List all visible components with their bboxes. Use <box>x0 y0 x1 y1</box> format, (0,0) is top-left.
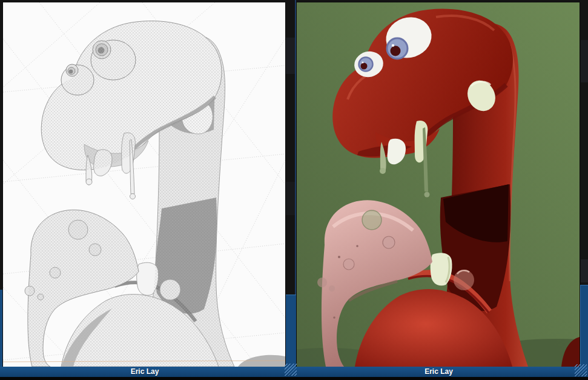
blue-panel-edge <box>285 295 297 295</box>
resize-handle-icon[interactable] <box>285 364 297 376</box>
background-page-text <box>581 259 588 282</box>
caption-render: Eric Lay <box>289 367 588 377</box>
wireframe-model-art <box>3 2 285 367</box>
resize-handle-icon[interactable] <box>575 364 587 376</box>
caption-wireframe: Eric Lay <box>0 367 289 377</box>
rendered-model-image[interactable] <box>297 2 580 367</box>
blue-panel-right-sliver <box>580 285 588 377</box>
background-page-thumbnail <box>286 38 295 74</box>
lightbox-overlay: Eric Lay Eric Lay <box>0 0 588 380</box>
background-page-thumbnail <box>581 40 588 82</box>
rendered-model-art <box>297 2 580 367</box>
blue-panel-edge <box>580 285 581 377</box>
background-page-thumbnail <box>286 182 295 215</box>
page-bottom-strip <box>0 377 588 380</box>
wireframe-model-image[interactable] <box>3 2 285 367</box>
blue-panel-edge <box>580 285 588 285</box>
